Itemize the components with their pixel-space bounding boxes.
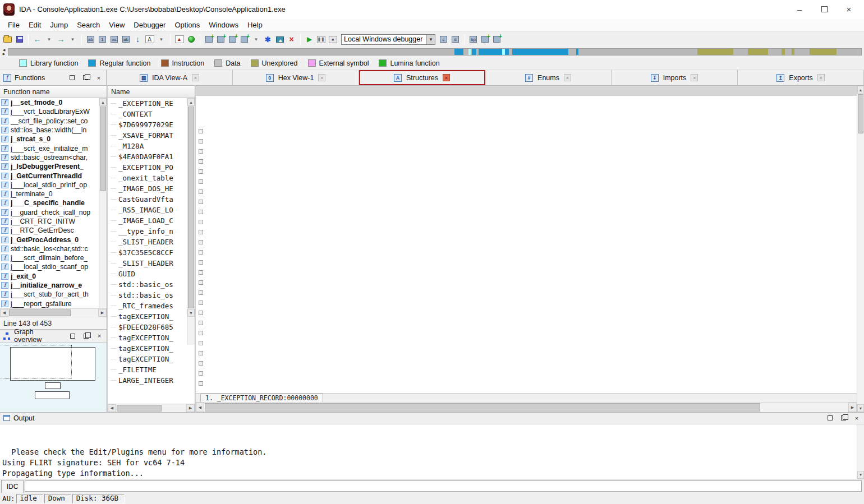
structure-name-item[interactable]: tagEXCEPTION_ [108,311,195,322]
names-vertical-scrollbar[interactable]: ▲ ▼ [187,98,195,345]
expand-box-icon[interactable] [199,371,203,376]
functions-maximize-button[interactable] [68,74,76,81]
collapsed-struct-row[interactable]: 00000000; [00000040 BYTES. COLLAPSED STR… [196,207,857,217]
menu-item[interactable]: View [104,20,129,30]
structure-name-item[interactable]: $4EA0DA9F0FA1 [108,151,195,162]
start-debugger-button[interactable]: ▶ [304,34,315,45]
function-list-item[interactable]: f std::basic_ostream<char, [0,153,107,162]
collapsed-struct-row[interactable]: 00000000; [00000010 BYTES. COLLAPSED STR… [196,187,857,197]
function-list-item[interactable]: f std::ios_base::width(__in [0,126,107,135]
open-file-button[interactable] [2,34,13,45]
function-list-item[interactable]: f std::basic_ios<char,std::c [0,244,107,253]
function-list-item[interactable]: f j___vcrt_LoadLibraryExW [0,107,107,116]
tab-close-icon[interactable]: × [564,74,571,81]
cli-input[interactable] [25,480,862,492]
collapsed-struct-row[interactable]: 00000000; [00000200 BYTES. COLLAPSED STR… [196,156,857,167]
function-list-item[interactable]: f j__guard_check_icall_nop [0,208,107,217]
structure-name-item[interactable]: __type_info_n [108,226,195,237]
expand-box-icon[interactable] [199,341,203,345]
structure-name-item[interactable]: _EXCEPTION_RE [108,98,195,109]
functions-column-header[interactable]: Function name [0,86,107,98]
snowflake-button[interactable]: ✱ [263,34,273,45]
debugger-selector-arrow[interactable]: ▼ [426,35,435,44]
expand-box-icon[interactable] [199,311,203,315]
menu-item[interactable]: Edit [24,20,45,30]
expand-box-icon[interactable] [199,290,203,295]
output-log[interactable]: Please check the Edit/Plugins menu for m… [0,424,864,479]
function-list-item[interactable]: f j_exit_0 [0,272,107,281]
function-list-item[interactable]: f j_terminate_0 [0,189,107,198]
close-button[interactable]: × [844,4,854,15]
menu-item[interactable]: Options [170,20,204,30]
structure-name-item[interactable]: _M128A [108,141,195,151]
navband-right-arrow-icon[interactable]: ▶ [3,52,6,56]
structure-name-item[interactable]: LARGE_INTEGER [108,375,195,386]
listing-help-row[interactable]: 00000000; D/A/* : create structure membe… [196,96,857,106]
navband-arrows[interactable]: ◀ ▶ [0,48,8,56]
structure-name-item[interactable]: _RS5_IMAGE_LO [108,205,195,215]
graph-viewport-rect[interactable] [0,345,72,378]
collapsed-struct-row[interactable]: 00000000; [00000020 BYTES. COLLAPSED UNI… [196,338,857,348]
structure-name-item[interactable]: std::basic_os [108,290,195,300]
menu-item[interactable]: Help [243,20,267,30]
tab-close-icon[interactable]: × [443,74,450,81]
navigate-back-button[interactable]: ← [32,34,43,45]
collapsed-struct-row[interactable]: 00000000; [00000010 BYTES. COLLAPSED STR… [196,278,857,288]
output-close-button[interactable]: × [853,414,861,422]
structures-vertical-scrollbar[interactable]: ▲ ▼ [857,86,864,412]
expand-box-icon[interactable] [199,159,203,164]
collapsed-struct-row[interactable]: 00000000; [00000008 BYTES. COLLAPSED STR… [196,378,857,389]
collapsed-struct-row[interactable]: 00000000; [00000010 BYTES. COLLAPSED STR… [196,298,857,308]
structures-listing[interactable]: 00000000; Ins/Del : create/delete struct… [196,86,857,393]
scroll-up-icon[interactable]: ▲ [857,86,864,94]
maximize-button[interactable] [819,4,829,15]
structure-name-item[interactable]: GUID [108,269,195,279]
scroll-down-icon[interactable]: ▼ [857,404,864,412]
scroll-down-icon[interactable]: ▼ [187,309,195,317]
collapsed-struct-row[interactable]: 00000000; [00000080 BYTES. COLLAPSED STR… [196,217,857,227]
scroll-thumb[interactable] [100,107,106,191]
menu-item[interactable]: Jump [45,20,72,30]
menu-item[interactable]: Search [72,20,104,30]
scroll-thumb[interactable] [9,309,71,316]
expand-box-icon[interactable] [199,260,203,265]
function-tools-dropdown[interactable]: ▼ [251,34,261,45]
scroll-up-icon[interactable]: ▲ [99,98,107,106]
collapsed-struct-row[interactable]: 00000000; [00000028 BYTES. COLLAPSED STR… [196,328,857,338]
graph-close-button[interactable]: × [95,332,103,340]
function-list-item[interactable]: f j___scrt_exe_initialize_m [0,144,107,152]
functions-close-button[interactable]: × [95,74,103,81]
function-list-item[interactable]: f __scrt_file_policy::set_co [0,117,107,126]
expand-box-icon[interactable] [199,331,203,335]
collapsed-struct-row[interactable]: 00000000; [00000010 BYTES. COLLAPSED STR… [196,348,857,358]
function-list-item[interactable]: f j_strcat_s_0 [0,135,107,144]
function-list-item[interactable]: f j___scrt_dllmain_before_ [0,253,107,262]
collapsed-struct-row[interactable]: 00000000; [00000010 BYTES. COLLAPSED UNI… [196,257,857,267]
function-list-item[interactable]: f j_GetProcAddress_0 [0,235,107,244]
function-list-item[interactable]: f j___scrt_stub_for_acrt_th [0,290,107,299]
cli-language-button[interactable]: IDC [1,480,24,493]
collapsed-struct-row[interactable]: 00000000; [00000200 BYTES. COLLAPSED UNI… [196,146,857,156]
collapsed-struct-row[interactable]: 00000000; [00000018 BYTES. COLLAPSED STR… [196,197,857,207]
function-list-item[interactable]: f j__CRT_RTC_INITW [0,217,107,226]
jump-next-button[interactable]: ↓ [132,34,143,45]
debugger-options-button[interactable]: d [450,34,461,45]
expand-box-icon[interactable] [199,381,203,386]
expand-box-icon[interactable] [199,300,203,305]
menu-item[interactable]: Debugger [129,20,170,30]
scroll-up-icon[interactable]: ▲ [187,98,195,106]
function-list-item[interactable]: f j__set_fmode_0 [0,98,107,107]
expand-box-icon[interactable] [199,270,203,275]
structure-name-item[interactable]: _CONTEXT [108,109,195,119]
expand-box-icon[interactable] [199,351,203,355]
output-maximize-button[interactable] [826,414,834,422]
structure-name-item[interactable]: _onexit_table [108,173,195,183]
menu-item[interactable]: File [3,20,24,30]
edit-function-button[interactable] [215,34,226,45]
search-text-button[interactable]: 1 [97,34,108,45]
expand-box-icon[interactable] [199,139,203,144]
flowchart-button[interactable] [274,34,285,45]
structure-name-item[interactable]: _FILETIME [108,364,195,375]
structure-name-item[interactable]: $7D699977029E [108,119,195,130]
rename-function-button[interactable] [227,34,238,45]
